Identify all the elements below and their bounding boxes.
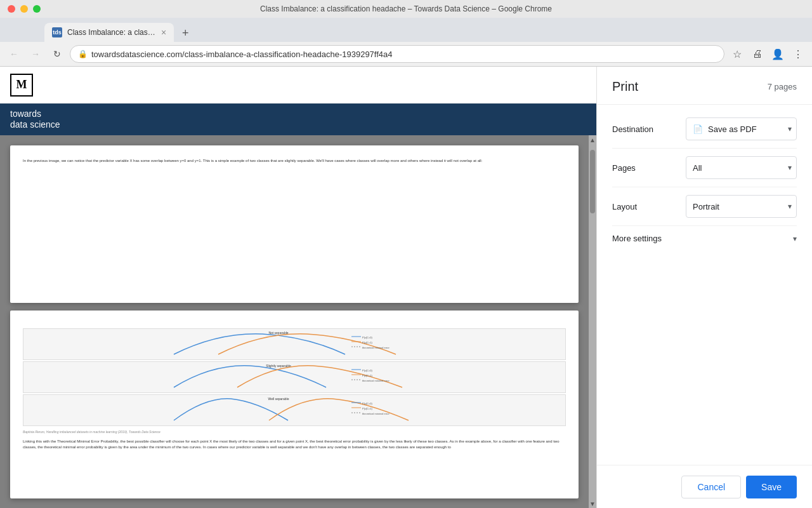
pages-control[interactable]: All ▾ bbox=[686, 156, 797, 179]
print-panel: Print 7 pages Destination 📄 Save as PDF … bbox=[596, 67, 812, 508]
more-settings-row[interactable]: More settings ▾ bbox=[597, 226, 812, 251]
minimize-button[interactable] bbox=[20, 5, 28, 13]
active-tab[interactable]: tds Class Imbalance: a classifica... × bbox=[44, 23, 174, 42]
page-paragraph-2: Linking this with the Theoretical Minima… bbox=[23, 439, 566, 450]
tab-title: Class Imbalance: a classifica... bbox=[67, 28, 156, 37]
menu-icon[interactable]: ⋮ bbox=[789, 45, 807, 63]
browser-chrome: tds Class Imbalance: a classifica... × +… bbox=[0, 18, 812, 67]
svg-text:P(x|C=1): P(x|C=1) bbox=[362, 374, 372, 377]
tab-close-button[interactable]: × bbox=[161, 27, 166, 37]
forward-button[interactable]: → bbox=[27, 45, 44, 63]
scrollbar[interactable]: ▲ ▼ bbox=[589, 135, 596, 508]
tab-bar: tds Class Imbalance: a classifica... × + bbox=[0, 18, 812, 42]
tds-header: towards data science bbox=[0, 104, 596, 135]
scroll-up-arrow[interactable]: ▲ bbox=[589, 137, 596, 144]
medium-header: M bbox=[0, 67, 596, 104]
chart-caption: Baptista Renzo, Handling imbalanced data… bbox=[23, 430, 566, 435]
print-title: Print bbox=[612, 79, 638, 94]
more-settings-label: More settings bbox=[612, 234, 793, 243]
lock-icon: 🔒 bbox=[78, 50, 88, 58]
main-area: M towards data science In the previous i… bbox=[0, 67, 812, 508]
destination-select-wrapper[interactable]: 📄 Save as PDF ▾ bbox=[686, 117, 797, 140]
svg-text:P(x|C=0): P(x|C=0) bbox=[362, 369, 372, 372]
chart-area: Not separable P(x|C=0) P(x|C=1) bbox=[23, 328, 566, 426]
print-page-2: Not separable P(x|C=0) P(x|C=1) bbox=[10, 311, 579, 498]
destination-value: Save as PDF bbox=[708, 124, 757, 134]
destination-label: Destination bbox=[612, 124, 676, 134]
address-bar[interactable]: 🔒 towardsdatascience.com/class-imbalance… bbox=[70, 45, 724, 63]
svg-text:P(x|C=0): P(x|C=0) bbox=[362, 402, 372, 405]
print-header: Print 7 pages bbox=[597, 67, 812, 105]
destination-select[interactable]: 📄 Save as PDF bbox=[686, 117, 797, 140]
pages-select[interactable]: All bbox=[686, 156, 797, 179]
print-pages-count: 7 pages bbox=[768, 82, 797, 91]
svg-text:theoretical minimal error: theoretical minimal error bbox=[362, 412, 390, 415]
title-bar: Class Imbalance: a classification headac… bbox=[0, 0, 812, 18]
chart-not-separable: Not separable P(x|C=0) P(x|C=1) bbox=[23, 328, 566, 360]
reload-button[interactable]: ↻ bbox=[48, 45, 66, 63]
tds-text: towards data science bbox=[10, 109, 60, 130]
layout-select-wrapper[interactable]: Portrait ▾ bbox=[686, 195, 797, 218]
destination-row: Destination 📄 Save as PDF ▾ bbox=[597, 110, 812, 148]
print-settings: Destination 📄 Save as PDF ▾ Pages bbox=[597, 105, 812, 290]
svg-text:theoretical minimal error: theoretical minimal error bbox=[362, 346, 390, 349]
svg-text:P(x|C=0): P(x|C=0) bbox=[362, 336, 372, 339]
window-controls[interactable] bbox=[8, 5, 41, 13]
svg-text:Well separable: Well separable bbox=[268, 397, 289, 401]
close-button[interactable] bbox=[8, 5, 15, 13]
page-paragraph-1: In the previous image, we can notice tha… bbox=[23, 158, 566, 164]
pages-label: Pages bbox=[612, 163, 676, 173]
toolbar-icons: ☆ 🖨 👤 ⋮ bbox=[728, 45, 807, 63]
chart-well-separable: Well separable P(x|C=0) P(x|C=1) theoret… bbox=[23, 394, 566, 426]
destination-control[interactable]: 📄 Save as PDF ▾ bbox=[686, 117, 797, 140]
print-footer: Cancel Save bbox=[597, 465, 812, 508]
pages-value: All bbox=[693, 163, 702, 173]
svg-text:theoretical minimal error: theoretical minimal error bbox=[362, 379, 390, 382]
url-text: towardsdatascience.com/class-imbalance-a… bbox=[91, 50, 716, 59]
back-button[interactable]: ← bbox=[5, 45, 23, 63]
tds-line2: data science bbox=[10, 119, 60, 130]
profile-icon[interactable]: 👤 bbox=[769, 45, 787, 63]
cancel-button[interactable]: Cancel bbox=[681, 476, 741, 498]
chart-slightly-separable: Slightly separable P(x|C=0) P(x|C=1) the… bbox=[23, 361, 566, 393]
maximize-button[interactable] bbox=[33, 5, 41, 13]
layout-select[interactable]: Portrait bbox=[686, 195, 797, 218]
pages-row: Pages All ▾ bbox=[597, 149, 812, 187]
save-button[interactable]: Save bbox=[746, 476, 797, 498]
svg-text:P(x|C=1): P(x|C=1) bbox=[362, 407, 372, 410]
web-content: M towards data science In the previous i… bbox=[0, 67, 596, 508]
layout-label: Layout bbox=[612, 202, 676, 211]
layout-row: Layout Portrait ▾ bbox=[597, 187, 812, 225]
more-settings-chevron-icon: ▾ bbox=[793, 234, 797, 243]
svg-text:P(x|C=1): P(x|C=1) bbox=[362, 341, 372, 344]
medium-logo: M bbox=[10, 74, 33, 97]
layout-value: Portrait bbox=[693, 202, 719, 211]
new-tab-button[interactable]: + bbox=[176, 24, 194, 42]
window-title: Class Imbalance: a classification headac… bbox=[260, 4, 552, 13]
print-page-1: In the previous image, we can notice tha… bbox=[10, 145, 579, 303]
tds-line1: towards bbox=[10, 109, 60, 119]
scroll-down-arrow[interactable]: ▼ bbox=[589, 500, 596, 507]
destination-pdf-icon: 📄 bbox=[693, 124, 703, 134]
pages-select-wrapper[interactable]: All ▾ bbox=[686, 156, 797, 179]
print-icon[interactable]: 🖨 bbox=[749, 45, 766, 63]
address-bar-row: ← → ↻ 🔒 towardsdatascience.com/class-imb… bbox=[0, 42, 812, 66]
tab-favicon: tds bbox=[52, 27, 62, 37]
scroll-thumb[interactable] bbox=[590, 150, 595, 213]
layout-control[interactable]: Portrait ▾ bbox=[686, 195, 797, 218]
bookmark-icon[interactable]: ☆ bbox=[728, 45, 746, 63]
